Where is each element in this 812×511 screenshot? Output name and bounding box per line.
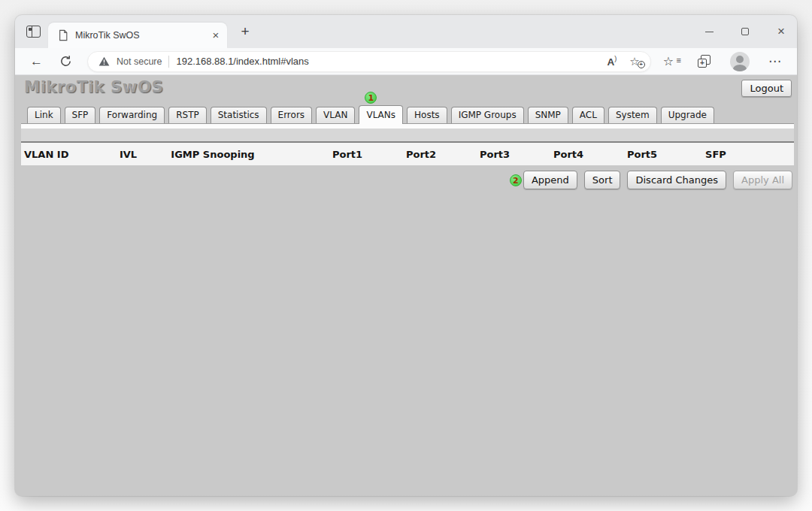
swos-tab-forwarding[interactable]: Forwarding [99,107,165,123]
more-menu-icon[interactable]: ⋯ [768,53,782,69]
page-icon [58,29,68,41]
swos-tab-vlan[interactable]: VLAN [316,107,355,123]
new-tab-icon[interactable]: + [236,23,254,40]
add-favorite-icon[interactable]: ☆+ [628,55,645,68]
tab-actions-icon[interactable] [26,26,41,38]
sort-button[interactable]: Sort [584,171,621,189]
swos-tab-sfp[interactable]: SFP [65,107,96,123]
not-secure-warning-icon[interactable] [98,56,110,66]
tab-close-icon[interactable]: × [209,29,223,42]
close-icon[interactable]: × [774,25,788,38]
address-bar[interactable]: Not secure 192.168.88.1/index.html#vlans… [87,51,651,72]
swos-tab-statistics[interactable]: Statistics [211,107,267,123]
column-igmp-snooping: IGMP Snooping [160,149,265,160]
profile-avatar[interactable] [730,52,750,71]
window-controls: × [702,15,788,48]
swos-tab-bar: Link SFP Forwarding RSTP Statistics Erro… [15,104,794,123]
annotation-marker-2: 2 [510,174,522,186]
panel-empty-band [21,129,794,143]
swos-tab-system[interactable]: System [608,107,657,123]
swos-tab-upgrade[interactable]: Upgrade [661,107,714,123]
refresh-icon[interactable] [59,55,72,68]
collections-icon[interactable]: + [698,55,711,68]
page-content: MikroTik SwOS Logout Link SFP Forwarding… [15,75,797,496]
swos-header: MikroTik SwOS Logout [15,75,797,104]
swos-tab-rstp[interactable]: RSTP [168,107,207,123]
column-ivl: IVL [96,149,160,160]
swos-tab-link[interactable]: Link [27,107,61,123]
tab-title: MikroTik SwOS [75,30,202,41]
browser-toolbar: ← Not secure 192.168.88.1/index.html#vla… [15,48,797,75]
address-divider [168,56,169,68]
swos-logo: MikroTik SwOS [24,77,163,96]
column-port4: Port4 [532,149,605,160]
read-aloud-icon[interactable]: A) [602,55,621,68]
swos-tab-igmp-groups[interactable]: IGMP Groups [451,107,524,123]
back-icon[interactable]: ← [30,54,43,69]
table-actions-row: 2 Append Sort Discard Changes Apply All [21,171,794,189]
column-port5: Port5 [605,149,679,160]
discard-changes-button[interactable]: Discard Changes [627,171,726,189]
apply-all-button[interactable]: Apply All [733,171,792,189]
minimize-icon[interactable] [702,25,716,38]
append-button[interactable]: Append [523,171,577,189]
toolbar-right-icons: ☆≡ + ⋯ [663,52,782,71]
swos-tab-snmp[interactable]: SNMP [528,107,568,123]
column-sfp: SFP [679,149,753,160]
vlans-table-header: VLAN ID IVL IGMP Snooping Port1 Port2 Po… [21,143,794,165]
maximize-icon[interactable] [738,25,752,38]
swos-tab-vlans[interactable]: VLANs 1 [359,105,403,124]
browser-window: MikroTik SwOS × + × ← [15,15,797,496]
panel-top-strip [21,123,794,129]
browser-titlebar: MikroTik SwOS × + × [15,15,797,48]
not-secure-label[interactable]: Not secure [117,56,162,67]
column-port1: Port1 [311,149,384,160]
column-vlan-id: VLAN ID [21,149,96,160]
swos-tab-hosts[interactable]: Hosts [407,107,447,123]
browser-tab[interactable]: MikroTik SwOS × [48,23,227,48]
column-port3: Port3 [458,149,532,160]
logout-button[interactable]: Logout [741,80,792,97]
swos-tab-acl[interactable]: ACL [572,107,604,123]
favorites-icon[interactable]: ☆≡ [663,54,679,68]
column-port2: Port2 [384,149,458,160]
url-text[interactable]: 192.168.88.1/index.html#vlans [176,56,595,67]
swos-tab-errors[interactable]: Errors [271,107,313,123]
